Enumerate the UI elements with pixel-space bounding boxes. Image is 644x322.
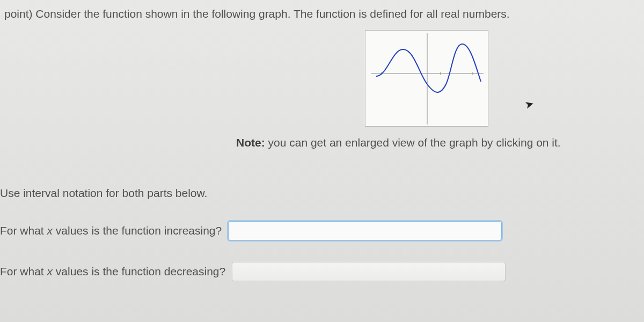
graph-svg — [365, 31, 489, 127]
note-text: you can get an enlarged view of the grap… — [265, 136, 561, 149]
cursor-icon: ➤ — [523, 97, 536, 112]
instruction-text: Use interval notation for both parts bel… — [0, 149, 644, 200]
question-decreasing-row: For what x values is the function decrea… — [0, 240, 644, 281]
increasing-input[interactable] — [228, 221, 502, 240]
question-decreasing-label: For what x values is the function decrea… — [0, 265, 225, 278]
decreasing-input[interactable] — [232, 262, 506, 281]
problem-statement: point) Consider the function shown in th… — [0, 8, 644, 26]
graph-note: Note: you can get an enlarged view of th… — [0, 129, 644, 149]
question-increasing-label: For what x values is the function increa… — [0, 224, 222, 237]
function-graph[interactable] — [365, 30, 488, 127]
note-prefix: Note: — [236, 136, 265, 149]
question-increasing-row: For what x values is the function increa… — [0, 200, 644, 240]
